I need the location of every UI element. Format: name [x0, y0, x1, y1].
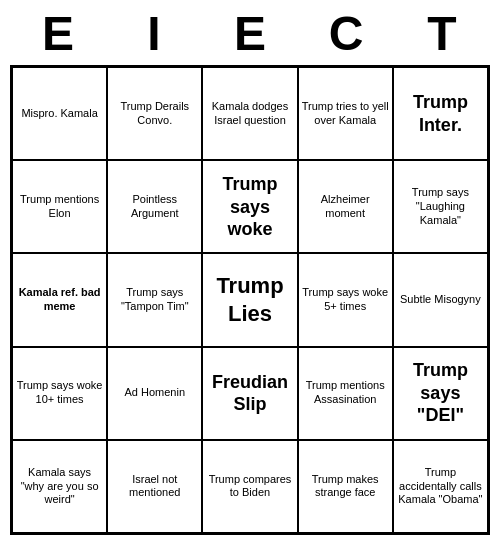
- bingo-cell-24[interactable]: Trump accidentally calls Kamala "Obama": [393, 440, 488, 533]
- bingo-cell-5[interactable]: Trump mentions Elon: [12, 160, 107, 253]
- bingo-cell-13[interactable]: Trump says woke 5+ times: [298, 253, 393, 346]
- bingo-cell-23[interactable]: Trump makes strange face: [298, 440, 393, 533]
- bingo-cell-6[interactable]: Pointless Argument: [107, 160, 202, 253]
- bingo-cell-17[interactable]: Freudian Slip: [202, 347, 297, 440]
- bingo-cell-2[interactable]: Kamala dodges Israel question: [202, 67, 297, 160]
- bingo-grid: Mispro. KamalaTrump Derails Convo.Kamala…: [10, 65, 490, 535]
- bingo-cell-18[interactable]: Trump mentions Assasination: [298, 347, 393, 440]
- header-letter: T: [398, 6, 486, 61]
- bingo-cell-10[interactable]: Kamala ref. bad meme: [12, 253, 107, 346]
- bingo-cell-21[interactable]: Israel not mentioned: [107, 440, 202, 533]
- bingo-cell-12[interactable]: Trump Lies: [202, 253, 297, 346]
- header-letter: E: [14, 6, 102, 61]
- bingo-cell-15[interactable]: Trump says woke 10+ times: [12, 347, 107, 440]
- bingo-cell-1[interactable]: Trump Derails Convo.: [107, 67, 202, 160]
- bingo-cell-20[interactable]: Kamala says "why are you so weird": [12, 440, 107, 533]
- bingo-cell-8[interactable]: Alzheimer moment: [298, 160, 393, 253]
- bingo-cell-11[interactable]: Trump says "Tampon Tim": [107, 253, 202, 346]
- bingo-cell-22[interactable]: Trump compares to Biden: [202, 440, 297, 533]
- bingo-cell-7[interactable]: Trump says woke: [202, 160, 297, 253]
- bingo-cell-19[interactable]: Trump says "DEI": [393, 347, 488, 440]
- header-letter: C: [302, 6, 390, 61]
- bingo-cell-0[interactable]: Mispro. Kamala: [12, 67, 107, 160]
- bingo-cell-16[interactable]: Ad Homenin: [107, 347, 202, 440]
- bingo-header: EIECT: [10, 0, 490, 65]
- bingo-cell-9[interactable]: Trump says "Laughing Kamala": [393, 160, 488, 253]
- header-letter: E: [206, 6, 294, 61]
- bingo-cell-14[interactable]: Subtle Misogyny: [393, 253, 488, 346]
- bingo-cell-4[interactable]: Trump Inter.: [393, 67, 488, 160]
- bingo-cell-3[interactable]: Trump tries to yell over Kamala: [298, 67, 393, 160]
- header-letter: I: [110, 6, 198, 61]
